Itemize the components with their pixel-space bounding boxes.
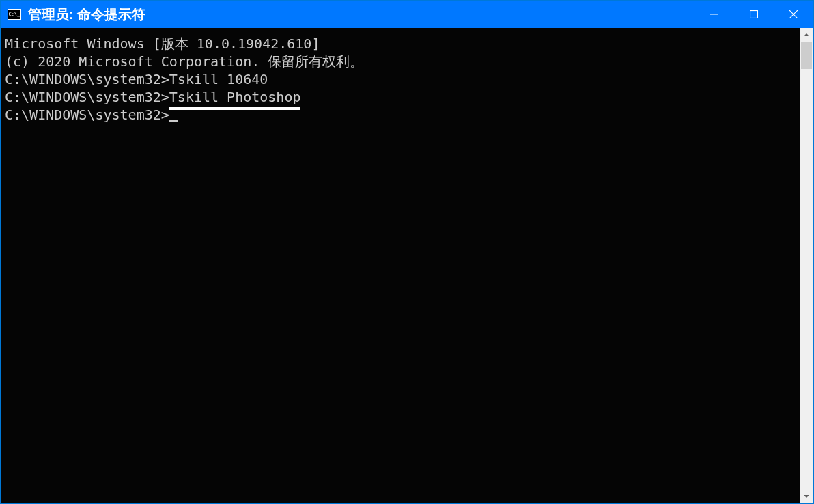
- prompt-command: Tskill 10640: [169, 71, 268, 87]
- scrollbar-track[interactable]: [800, 42, 813, 490]
- svg-rect-0: [710, 14, 718, 15]
- close-icon: [789, 10, 798, 18]
- close-button[interactable]: [774, 1, 813, 28]
- minimize-button[interactable]: [694, 1, 734, 28]
- cmd-icon: [8, 9, 21, 20]
- window-controls: [694, 1, 813, 28]
- console-content[interactable]: Microsoft Windows [版本 10.0.19042.610](c)…: [1, 28, 800, 503]
- maximize-icon: [750, 10, 758, 18]
- chevron-up-icon: [804, 32, 809, 38]
- scrollbar-up-button[interactable]: [800, 28, 813, 42]
- titlebar[interactable]: 管理员: 命令提示符: [1, 1, 813, 28]
- scrollbar-down-button[interactable]: [800, 490, 813, 503]
- vertical-scrollbar[interactable]: [800, 28, 813, 503]
- window-title: 管理员: 命令提示符: [28, 5, 694, 24]
- command-prompt-window: 管理员: 命令提示符 Microsoft Windows [版本 10.0.1: [0, 0, 814, 504]
- svg-rect-1: [750, 11, 758, 18]
- maximize-button[interactable]: [734, 1, 774, 28]
- prompt-path: C:\WINDOWS\system32>: [5, 89, 169, 105]
- console-line: C:\WINDOWS\system32>: [5, 106, 796, 124]
- console-line: Microsoft Windows [版本 10.0.19042.610]: [5, 35, 796, 53]
- console-area: Microsoft Windows [版本 10.0.19042.610](c)…: [1, 28, 813, 503]
- prompt-path: C:\WINDOWS\system32>: [5, 107, 169, 123]
- prompt-path: C:\WINDOWS\system32>: [5, 71, 169, 87]
- underlined-command: Tskill Photoshop: [169, 88, 301, 110]
- chevron-down-icon: [804, 494, 809, 499]
- console-line: C:\WINDOWS\system32>Tskill 10640: [5, 70, 796, 88]
- console-line: (c) 2020 Microsoft Corporation. 保留所有权利。: [5, 53, 796, 70]
- minimize-icon: [710, 10, 718, 18]
- scrollbar-thumb[interactable]: [801, 42, 812, 69]
- cursor: [169, 120, 178, 122]
- console-line: C:\WINDOWS\system32>Tskill Photoshop: [5, 88, 796, 106]
